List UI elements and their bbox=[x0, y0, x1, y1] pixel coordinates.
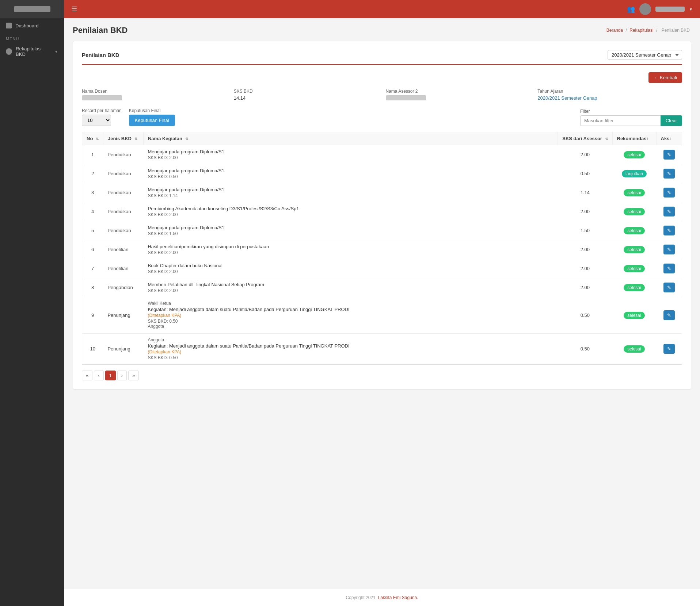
cell-sks: 0.50 bbox=[558, 334, 612, 364]
cell-jenis: Pengabdian bbox=[103, 278, 143, 297]
page-header: Penilaian BKD Beranda / Rekapitulasi / P… bbox=[73, 26, 691, 35]
edit-button[interactable]: ✎ bbox=[663, 344, 675, 354]
page-last-button[interactable]: » bbox=[128, 371, 139, 380]
users-icon bbox=[6, 48, 12, 55]
rekomendasi-badge: selesai bbox=[624, 227, 644, 234]
chevron-down-icon: ▼ bbox=[54, 50, 58, 54]
tahun-ajaran-label: Tahun Ajaran bbox=[537, 89, 682, 94]
sidebar-item-dashboard[interactable]: Dashboard bbox=[0, 18, 64, 33]
keputusan-button[interactable]: Keputusan Final bbox=[129, 115, 175, 126]
sort-icon: ⇅ bbox=[96, 137, 99, 141]
edit-button[interactable]: ✎ bbox=[663, 245, 675, 254]
cell-jenis: Pendidikan bbox=[103, 221, 143, 240]
page-current-button[interactable]: 1 bbox=[105, 371, 116, 380]
cell-no: 4 bbox=[82, 202, 103, 221]
table-row: 4PendidikanPembimbing Akademik atau kons… bbox=[82, 202, 682, 221]
edit-button[interactable]: ✎ bbox=[663, 264, 675, 273]
clear-button[interactable]: Clear bbox=[661, 115, 682, 126]
edit-button[interactable]: ✎ bbox=[663, 169, 675, 179]
footer-text: Copyright 2021 bbox=[346, 595, 375, 600]
cell-sks: 0.50 bbox=[558, 164, 612, 183]
table-row: 1PendidikanMengajar pada program Diploma… bbox=[82, 145, 682, 164]
info-sks-bkd: SKS BKD 14.14 bbox=[234, 89, 378, 101]
semester-select[interactable]: 2020/2021 Semester Genap bbox=[608, 50, 682, 60]
cell-jenis: Pendidikan bbox=[103, 164, 143, 183]
edit-button[interactable]: ✎ bbox=[663, 207, 675, 216]
cell-aksi: ✎ bbox=[656, 183, 682, 202]
table-row: 5PendidikanMengajar pada program Diploma… bbox=[82, 221, 682, 240]
chevron-down-icon[interactable]: ▼ bbox=[689, 7, 693, 11]
nama-asessor-label: Nama Asessor 2 bbox=[386, 89, 530, 94]
filter-input[interactable] bbox=[580, 115, 661, 126]
rekomendasi-badge: selesai bbox=[624, 208, 644, 215]
cell-jenis: Pendidikan bbox=[103, 183, 143, 202]
cell-sks: 2.00 bbox=[558, 278, 612, 297]
nama-dosen-value bbox=[82, 95, 122, 100]
table-row: 10PenunjangAnggotaKegiatan: Menjadi angg… bbox=[82, 334, 682, 364]
page-prev-button[interactable]: ‹ bbox=[94, 371, 103, 380]
rekomendasi-badge: lanjutkan bbox=[622, 170, 647, 177]
cell-jenis: Penunjang bbox=[103, 297, 143, 334]
edit-button[interactable]: ✎ bbox=[663, 188, 675, 197]
col-jenis: Jenis BKD ⇅ bbox=[103, 132, 143, 145]
cell-nama: Pembimbing Akademik atau konseling D3/S1… bbox=[143, 202, 558, 221]
edit-button[interactable]: ✎ bbox=[663, 283, 675, 292]
dashboard-icon bbox=[6, 23, 12, 28]
cell-nama: Mengajar pada program Diploma/S1SKS BKD:… bbox=[143, 145, 558, 164]
cell-aksi: ✎ bbox=[656, 278, 682, 297]
cell-sks: 2.00 bbox=[558, 202, 612, 221]
edit-button[interactable]: ✎ bbox=[663, 310, 675, 320]
cell-no: 7 bbox=[82, 259, 103, 278]
rekomendasi-badge: selesai bbox=[624, 345, 644, 353]
info-nama-dosen: Nama Dosen bbox=[82, 89, 227, 101]
cell-aksi: ✎ bbox=[656, 240, 682, 259]
cell-nama: Hasil penelitian/pemikiran yang disimpan… bbox=[143, 240, 558, 259]
controls-row: Record per halaman 10 25 50 Keputusan Fi… bbox=[82, 108, 682, 126]
cell-sks: 2.00 bbox=[558, 259, 612, 278]
breadcrumb-home[interactable]: Beranda bbox=[606, 28, 623, 33]
card-header: Penilaian BKD 2020/2021 Semester Genap bbox=[82, 50, 682, 65]
footer-author-link[interactable]: Laksita Emi Saguna. bbox=[378, 595, 418, 600]
sidebar-item-rekapitulasi[interactable]: Rekapitulasi BKD ▼ bbox=[0, 42, 64, 61]
page-content: Penilaian BKD Beranda / Rekapitulasi / P… bbox=[64, 18, 700, 589]
cell-rekomendasi: selesai bbox=[612, 202, 656, 221]
page-title: Penilaian BKD bbox=[73, 26, 128, 35]
breadcrumb-parent[interactable]: Rekapitulasi bbox=[629, 28, 653, 33]
cell-rekomendasi: lanjutkan bbox=[612, 164, 656, 183]
cell-nama: Book Chapter dalam buku NasionalSKS BKD:… bbox=[143, 259, 558, 278]
page-first-button[interactable]: « bbox=[82, 371, 92, 380]
sidebar-item-label: Dashboard bbox=[15, 23, 39, 28]
topbar-right: 👥 ▼ bbox=[627, 3, 693, 15]
rekomendasi-badge: selesai bbox=[624, 151, 644, 158]
cell-no: 1 bbox=[82, 145, 103, 164]
filter-group: Filter Clear bbox=[580, 109, 682, 126]
rekomendasi-badge: selesai bbox=[624, 265, 644, 272]
avatar bbox=[639, 3, 651, 15]
cell-no: 8 bbox=[82, 278, 103, 297]
hamburger-icon[interactable]: ☰ bbox=[71, 5, 77, 13]
cell-rekomendasi: selesai bbox=[612, 259, 656, 278]
col-rekomendasi: Rekomendasi bbox=[612, 132, 656, 145]
edit-button[interactable]: ✎ bbox=[663, 150, 675, 160]
cell-no: 3 bbox=[82, 183, 103, 202]
back-button[interactable]: ← Kembali bbox=[648, 72, 682, 83]
sks-bkd-value: 14.14 bbox=[234, 95, 378, 101]
table-row: 7PenelitianBook Chapter dalam buku Nasio… bbox=[82, 259, 682, 278]
cell-jenis: Pendidikan bbox=[103, 145, 143, 164]
col-nama: Nama Kegiatan ⇅ bbox=[143, 132, 558, 145]
topbar: ☰ 👥 ▼ bbox=[64, 0, 700, 18]
sort-icon: ⇅ bbox=[134, 137, 137, 141]
cell-aksi: ✎ bbox=[656, 297, 682, 334]
records-select[interactable]: 10 25 50 bbox=[82, 115, 111, 126]
rekomendasi-badge: selesai bbox=[624, 312, 644, 319]
cell-rekomendasi: selesai bbox=[612, 221, 656, 240]
page-next-button[interactable]: › bbox=[117, 371, 127, 380]
cell-sks: 2.00 bbox=[558, 145, 612, 164]
data-table: No ⇅ Jenis BKD ⇅ Nama Kegiatan ⇅ SKS dar… bbox=[82, 132, 682, 365]
users-icon[interactable]: 👥 bbox=[627, 5, 635, 13]
sort-icon: ⇅ bbox=[605, 137, 608, 141]
edit-button[interactable]: ✎ bbox=[663, 226, 675, 235]
cell-nama: Memberi Pelatihan dll Tingkat Nasional S… bbox=[143, 278, 558, 297]
info-nama-asessor: Nama Asessor 2 bbox=[386, 89, 530, 101]
cell-rekomendasi: selesai bbox=[612, 334, 656, 364]
